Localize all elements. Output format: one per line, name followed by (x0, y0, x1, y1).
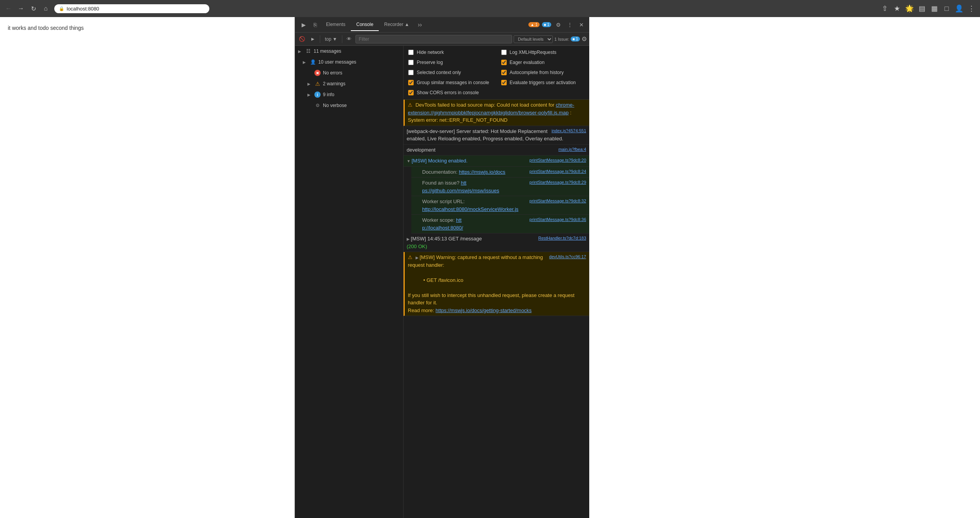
message-count: 11 messages (314, 48, 341, 54)
tab-elements[interactable]: Elements (321, 19, 351, 31)
log-entry: ▶ RestHandler.ts?dc7d:183 [MSW] 14:45:13… (404, 233, 589, 252)
eye-button[interactable]: 👁 (345, 35, 354, 44)
inspect-element-button[interactable]: ▶ (298, 19, 309, 30)
log-text: [webpack-dev-server] Server started: Hot… (407, 128, 563, 142)
list-item[interactable]: ▶ ☷ 11 messages (295, 46, 403, 57)
log-text: Worker script URL: (422, 199, 465, 204)
device-toolbar-button[interactable]: ⎘ (310, 19, 321, 30)
list-item[interactable]: ▶ ⚠ 2 warnings (295, 78, 403, 89)
group-similar-checkbox[interactable] (408, 80, 414, 85)
lock-icon: 🔒 (59, 6, 64, 11)
setting-group-similar: Group similar messages in console (404, 78, 497, 88)
toolbar-separator (320, 35, 320, 43)
file-link[interactable]: devUtils.ts?cc96:17 (549, 254, 586, 260)
file-link[interactable]: main.js?fbea:4 (558, 146, 586, 153)
share-button[interactable]: ⇧ (879, 3, 890, 14)
eager-eval-checkbox[interactable] (501, 60, 507, 65)
console-main: ▶ ☷ 11 messages ▶ 👤 10 user messages ✖ N… (295, 46, 589, 518)
message-count: 2 warnings (323, 81, 345, 86)
hide-network-checkbox[interactable] (408, 50, 414, 55)
extension4-button[interactable]: □ (941, 3, 952, 14)
log-entry: printStartMessage.ts?9dc8:29 Found an is… (411, 178, 589, 196)
selected-context-checkbox[interactable] (408, 70, 414, 75)
cors-errors-checkbox[interactable] (408, 90, 414, 95)
profile-button[interactable]: 👤 (954, 3, 964, 14)
log-link[interactable]: http://localhost:8080/mockServiceWorker.… (422, 206, 518, 212)
settings-row-5: Show CORS errors in console (404, 88, 589, 98)
warning-icon: ⚠ (408, 102, 412, 108)
list-item[interactable]: ⚙ No verbose (295, 100, 403, 111)
setting-label: Autocomplete from history (510, 70, 564, 75)
list-item[interactable]: ▶ i 9 info (295, 89, 403, 100)
extension3-button[interactable]: ▦ (929, 3, 940, 14)
bookmark-button[interactable]: ★ (892, 3, 902, 14)
autocomplete-checkbox[interactable] (501, 70, 507, 75)
settings-row-4: Group similar messages in console Evalua… (404, 78, 589, 88)
clear-console-button[interactable]: 🚫 (297, 35, 307, 44)
message-count: 10 user messages (318, 59, 356, 65)
reload-button[interactable]: ↻ (28, 3, 39, 14)
log-entry: ⚠ DevTools failed to load source map: Co… (404, 100, 589, 126)
tab-console[interactable]: Console (351, 19, 379, 31)
warning-icon: ⚠ (314, 81, 321, 87)
devtools-tabs: Elements Console Recorder ▲ ›› (321, 19, 528, 31)
setting-hide-network: Hide network (404, 47, 497, 57)
message-count: 9 info (323, 92, 334, 97)
log-entry: printStartMessage.ts?9dc8:24 Documentati… (411, 167, 589, 178)
context-selector[interactable]: top ▼ (323, 36, 340, 43)
settings-row-3: Selected context only Autocomplete from … (404, 67, 589, 78)
extension2-button[interactable]: ▤ (916, 3, 927, 14)
setting-log-xmlhttp: Log XMLHttpRequests (497, 47, 590, 57)
log-text: development (407, 147, 435, 153)
devtools-top-toolbar: ▶ ⎘ Elements Console Recorder ▲ ›› ▲ 1 ■… (295, 17, 589, 33)
file-link[interactable]: printStartMessage.ts?9dc8:32 (530, 198, 586, 204)
log-link[interactable]: https://mswjs.io/docs/getting-started/mo… (436, 307, 532, 313)
error-icon: ✖ (314, 70, 321, 76)
list-icon: ☷ (305, 48, 311, 54)
console-toolbar: 🚫 ► top ▼ 👁 Default levels 1 Issue: ■ 1 … (295, 33, 589, 46)
message-count: No verbose (323, 103, 347, 108)
context-arrow: ▼ (333, 36, 337, 42)
forward-button[interactable]: → (16, 3, 26, 14)
setting-label: Group similar messages in console (417, 80, 489, 85)
toolbar-separator2 (342, 35, 342, 43)
menu-button[interactable]: ⋮ (966, 3, 977, 14)
log-link[interactable]: https://mswjs.io/docs (459, 169, 506, 175)
issue-count: ■ 1 (571, 36, 580, 41)
filter-button[interactable]: ► (308, 35, 317, 44)
file-link[interactable]: printStartMessage.ts?9dc8:24 (530, 168, 586, 175)
close-devtools-button[interactable]: ✕ (577, 20, 586, 29)
file-link[interactable]: RestHandler.ts?dc7d:183 (538, 235, 586, 242)
verbose-icon: ⚙ (314, 102, 321, 109)
tab-recorder[interactable]: Recorder ▲ (379, 19, 415, 31)
log-text: • GET /favicon.ico (416, 276, 586, 284)
main-area: it works and todo second things ▶ ⎘ Elem… (0, 17, 980, 518)
devtools-options-button[interactable]: ⋮ (565, 20, 575, 29)
file-link[interactable]: index.js?4574:551 (552, 128, 586, 134)
console-settings-icon[interactable]: ⚙ (581, 35, 587, 43)
address-bar[interactable]: 🔒 localhost:8080 (54, 4, 209, 13)
console-settings-panel: Hide network Log XMLHttpRequests Preserv… (404, 46, 589, 100)
log-text: DevTools failed to load source map: Coul… (416, 102, 556, 108)
back-button[interactable]: ← (3, 3, 14, 14)
file-link[interactable]: printStartMessage.ts?9dc8:36 (530, 216, 586, 223)
log-entry: printStartMessage.ts?9dc8:36 Worker scop… (411, 215, 589, 233)
settings-gear-button[interactable]: ⚙ (554, 20, 563, 29)
page-text: it works and todo second things (8, 25, 287, 31)
preserve-log-checkbox[interactable] (408, 60, 414, 65)
file-link[interactable]: printStartMessage.ts?9dc8:20 (530, 157, 586, 164)
eval-triggers-checkbox[interactable] (501, 80, 507, 85)
list-item[interactable]: ▶ 👤 10 user messages (295, 57, 403, 67)
more-tabs-button[interactable]: ›› (415, 20, 425, 30)
list-item[interactable]: ✖ No errors (295, 67, 403, 78)
setting-autocomplete: Autocomplete from history (497, 67, 590, 78)
log-text: Worker scope: (422, 217, 456, 223)
level-selector[interactable]: Default levels (514, 35, 553, 43)
home-button[interactable]: ⌂ (40, 3, 51, 14)
log-xmlhttp-checkbox[interactable] (501, 50, 507, 55)
file-link[interactable]: printStartMessage.ts?9dc8:29 (530, 179, 586, 186)
setting-preserve-log: Preserve log (404, 57, 497, 67)
url-text: localhost:8080 (67, 6, 99, 12)
extension1-button[interactable]: 🌟 (904, 3, 915, 14)
filter-input[interactable] (355, 35, 512, 43)
